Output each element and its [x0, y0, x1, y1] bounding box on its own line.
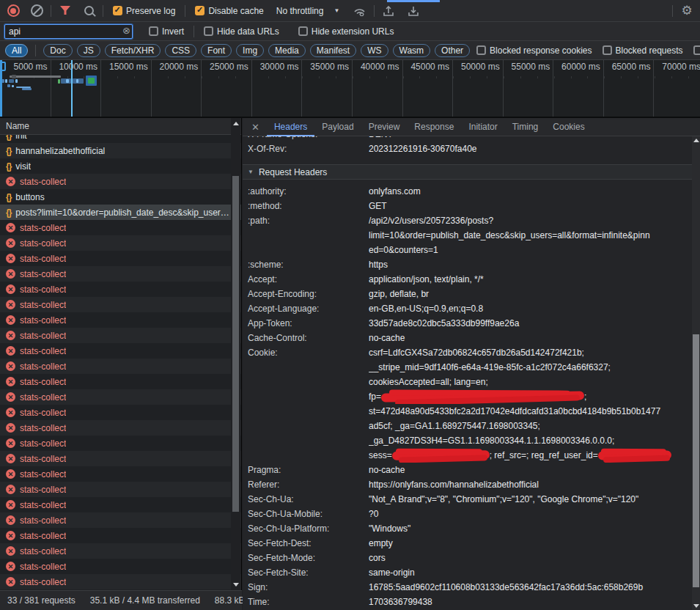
filter-pill-all[interactable]: All: [5, 44, 28, 57]
filter-pill-media[interactable]: Media: [268, 44, 306, 57]
clear-filter-icon[interactable]: ⊗: [122, 26, 130, 35]
request-name: buttons: [15, 192, 44, 202]
blocked-requests-checkbox[interactable]: Blocked requests: [603, 45, 683, 56]
tab-response[interactable]: Response: [407, 118, 461, 136]
checkbox-unchecked-icon: [298, 26, 308, 36]
request-row[interactable]: ✕stats-collect: [0, 312, 241, 328]
error-icon: ✕: [6, 392, 15, 402]
filter-pill-other[interactable]: Other: [435, 44, 470, 57]
header-name: Sign:: [248, 580, 369, 595]
details-scrollbar[interactable]: [692, 136, 700, 610]
request-details-panel: ✕ HeadersPayloadPreviewResponseInitiator…: [243, 118, 700, 610]
request-list-scrollbar[interactable]: [231, 118, 240, 590]
tab-cookies[interactable]: Cookies: [545, 118, 592, 136]
request-row[interactable]: ✕stats-collect: [0, 282, 241, 297]
request-row[interactable]: ✕stats-collect: [0, 466, 241, 482]
scroll-up-arrow-icon[interactable]: [693, 139, 699, 142]
request-name: stats-collect: [20, 284, 66, 295]
request-row[interactable]: ✕stats-collect: [0, 328, 241, 343]
filter-pill-doc[interactable]: Doc: [43, 44, 72, 57]
request-row[interactable]: ✕stats-collect: [0, 251, 241, 266]
close-details-button[interactable]: ✕: [243, 122, 267, 133]
request-row[interactable]: ✕stats-collect: [0, 559, 241, 574]
filter-pill-ws[interactable]: WS: [361, 44, 388, 57]
header-value-line: cors: [369, 551, 692, 565]
request-name: stats-collect: [20, 454, 66, 464]
export-har-button[interactable]: [405, 2, 422, 20]
filter-pill-fetch-xhr[interactable]: Fetch/XHR: [105, 44, 161, 57]
request-row[interactable]: ✕stats-collect: [0, 235, 241, 251]
search-button[interactable]: [80, 2, 97, 20]
name-column-header[interactable]: Name: [0, 118, 241, 135]
filter-pill-js[interactable]: JS: [77, 44, 100, 57]
scroll-down-arrow-icon[interactable]: [233, 583, 239, 587]
tab-timing[interactable]: Timing: [505, 118, 546, 136]
import-har-button[interactable]: [380, 2, 397, 20]
timeline-tick-label: 35000 ms: [296, 62, 349, 72]
scroll-down-arrow-icon[interactable]: [693, 604, 699, 608]
request-headers-section-header[interactable]: ▼ Request Headers: [243, 164, 692, 180]
network-conditions-button[interactable]: [351, 2, 369, 20]
timeline-overview[interactable]: 5000 ms10000 ms15000 ms20000 ms25000 ms3…: [0, 60, 700, 118]
request-row[interactable]: {}init: [0, 135, 241, 143]
request-row[interactable]: ✕stats-collect: [0, 374, 241, 389]
request-row[interactable]: {}hannahelizabethofficial: [0, 143, 241, 158]
request-row[interactable]: ✕stats-collect: [0, 297, 241, 312]
disable-cache-checkbox[interactable]: Disable cache: [195, 6, 263, 16]
tab-payload[interactable]: Payload: [314, 118, 361, 136]
blocked-response-cookies-checkbox[interactable]: Blocked response cookies: [476, 45, 592, 56]
preserve-log-checkbox[interactable]: Preserve log: [113, 6, 175, 16]
header-row: Cache-Control:no-cache: [243, 331, 692, 345]
request-row[interactable]: {}visit: [0, 158, 241, 174]
record-button[interactable]: [4, 2, 22, 20]
request-row[interactable]: ✕stats-collect: [0, 220, 241, 235]
request-row[interactable]: ✕stats-collect: [0, 574, 241, 589]
header-name: Referer:: [248, 477, 369, 492]
scrollbar-thumb[interactable]: [232, 176, 239, 512]
scrollbar-thumb[interactable]: [693, 334, 699, 587]
request-name: stats-collect: [20, 469, 66, 479]
filter-pill-css[interactable]: CSS: [165, 44, 196, 57]
request-row[interactable]: ✕stats-collect: [0, 405, 241, 420]
overview-drag-handle[interactable]: [1, 62, 6, 71]
request-row[interactable]: ✕stats-collect: [0, 389, 241, 405]
request-row[interactable]: ✕stats-collect: [0, 543, 241, 559]
throttling-select[interactable]: No throttling ▼: [273, 6, 340, 16]
request-row[interactable]: ✕stats-collect: [0, 359, 241, 374]
toolbar-divider: [103, 5, 103, 17]
name-column-label: Name: [6, 121, 29, 131]
header-value-line: st=472d48a90d5433bfc2a2d17042e4dfdcafd31…: [369, 404, 692, 419]
request-row[interactable]: ✕stats-collect: [0, 174, 241, 189]
filter-pill-font[interactable]: Font: [201, 44, 232, 57]
invert-checkbox[interactable]: Invert: [149, 26, 184, 37]
request-row[interactable]: ✕stats-collect: [0, 512, 241, 528]
tab-initiator[interactable]: Initiator: [461, 118, 504, 136]
request-row[interactable]: ✕stats-collect: [0, 482, 241, 497]
filter-input[interactable]: [4, 24, 133, 39]
request-row[interactable]: ✕stats-collect: [0, 497, 241, 512]
request-row[interactable]: {}buttons: [0, 189, 241, 205]
request-row[interactable]: {}posts?limit=10&order=publish_date_desc…: [0, 205, 241, 220]
filter-pill-img[interactable]: Img: [236, 44, 264, 57]
error-icon: ✕: [6, 485, 15, 494]
request-row[interactable]: ✕stats-collect: [0, 343, 241, 359]
request-row[interactable]: ✕stats-collect: [0, 420, 241, 436]
filter-toggle-button[interactable]: [56, 2, 74, 20]
header-value: 1703636799438: [369, 595, 692, 609]
hide-extension-urls-checkbox[interactable]: Hide extension URLs: [298, 26, 394, 37]
tab-headers[interactable]: Headers: [267, 118, 314, 136]
clear-button[interactable]: [28, 2, 45, 20]
request-row[interactable]: ✕stats-collect: [0, 436, 241, 451]
request-row[interactable]: ✕stats-collect: [0, 528, 241, 543]
request-row[interactable]: ✕stats-collect: [0, 451, 241, 466]
request-row[interactable]: ✕stats-collect: [0, 266, 241, 282]
filter-pill-wasm[interactable]: Wasm: [393, 44, 431, 57]
filter-pill-manifest[interactable]: Manifest: [310, 44, 356, 57]
header-row: Sec-Ch-Ua-Mobile:?0: [243, 507, 692, 521]
3rd-party-requests-checkbox[interactable]: 3rd-party requests: [693, 45, 700, 56]
hide-data-urls-checkbox[interactable]: Hide data URLs: [204, 26, 279, 37]
header-value-line: same-origin: [369, 565, 692, 580]
settings-button[interactable]: ⚙: [678, 2, 696, 20]
scroll-up-arrow-icon[interactable]: [233, 122, 239, 125]
tab-preview[interactable]: Preview: [361, 118, 408, 136]
